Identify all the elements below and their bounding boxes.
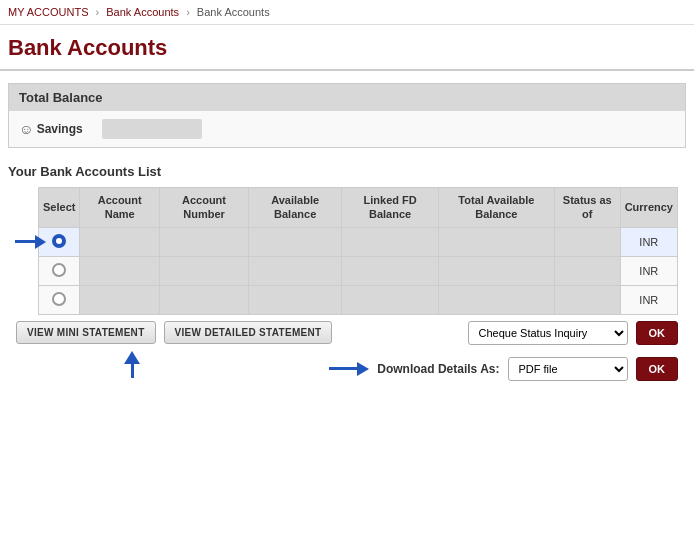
currency-cell-1: INR [620, 227, 677, 256]
account-number-cell-3 [160, 285, 249, 314]
currency-cell-2: INR [620, 256, 677, 285]
up-arrow-shaft [131, 364, 134, 378]
account-number-cell-2 [160, 256, 249, 285]
breadcrumb-bank-accounts-1[interactable]: Bank Accounts [106, 6, 179, 18]
breadcrumb: MY ACCOUNTS › Bank Accounts › Bank Accou… [0, 0, 694, 25]
linked-fd-cell-3 [342, 285, 439, 314]
ok-button-2[interactable]: OK [636, 357, 679, 381]
accounts-list-title: Your Bank Accounts List [8, 164, 686, 179]
available-balance-cell-3 [248, 285, 341, 314]
up-arrow-area: Download Details As: PDF file Excel file… [16, 351, 678, 381]
col-available-balance: Available Balance [248, 188, 341, 228]
select-cell-1[interactable] [39, 227, 80, 256]
total-available-cell-1 [438, 227, 554, 256]
account-name-cell-2 [80, 256, 160, 285]
view-mini-statement-button[interactable]: VIEW MINI STATEMENT [16, 321, 156, 344]
table-header-row: Select Account Name Account Number Avail… [39, 188, 678, 228]
linked-fd-cell-1 [342, 227, 439, 256]
table-row: INR [39, 227, 678, 256]
account-name-cell-1 [80, 227, 160, 256]
breadcrumb-current: Bank Accounts [197, 6, 270, 18]
col-linked-fd: Linked FD Balance [342, 188, 439, 228]
balance-row-savings: ☺ Savings [9, 111, 685, 147]
available-balance-cell-2 [248, 256, 341, 285]
account-name-cell-3 [80, 285, 160, 314]
col-currency: Currency [620, 188, 677, 228]
col-status-as-of: Status as of [554, 188, 620, 228]
up-arrow-head [124, 351, 140, 364]
download-dropdown[interactable]: PDF file Excel file CSV file [508, 357, 628, 381]
col-select: Select [39, 188, 80, 228]
download-arrow [329, 362, 369, 376]
total-available-cell-3 [438, 285, 554, 314]
view-detailed-statement-button[interactable]: VIEW DETAILED STATEMENT [164, 321, 333, 344]
inquiry-dropdown[interactable]: Cheque Status Inquiry Account Statement … [468, 321, 628, 345]
total-available-cell-2 [438, 256, 554, 285]
download-label: Download Details As: [377, 362, 499, 376]
download-arrow-head [357, 362, 369, 376]
total-balance-section: Total Balance ☺ Savings [8, 83, 686, 148]
radio-row-2[interactable] [52, 263, 66, 277]
radio-row-1[interactable] [52, 234, 66, 248]
table-row: INR [39, 256, 678, 285]
accounts-table: Select Account Name Account Number Avail… [38, 187, 678, 315]
status-cell-3 [554, 285, 620, 314]
currency-cell-3: INR [620, 285, 677, 314]
table-row: INR [39, 285, 678, 314]
accounts-outer: Select Account Name Account Number Avail… [38, 187, 678, 315]
breadcrumb-sep-2: › [186, 6, 193, 18]
radio-row-3[interactable] [52, 292, 66, 306]
select-cell-3[interactable] [39, 285, 80, 314]
up-arrow-indicator [124, 351, 140, 378]
person-icon: ☺ [19, 121, 33, 137]
col-total-available: Total Available Balance [438, 188, 554, 228]
balance-header: Total Balance [9, 84, 685, 111]
ok-button-1[interactable]: OK [636, 321, 679, 345]
page-title: Bank Accounts [0, 25, 694, 71]
accounts-section: Your Bank Accounts List Select Account N… [8, 164, 686, 381]
select-cell-2[interactable] [39, 256, 80, 285]
savings-label: Savings [37, 122, 92, 136]
col-account-name: Account Name [80, 188, 160, 228]
available-balance-cell-1 [248, 227, 341, 256]
savings-balance-value [102, 119, 202, 139]
account-number-cell-1 [160, 227, 249, 256]
linked-fd-cell-2 [342, 256, 439, 285]
buttons-row-1: VIEW MINI STATEMENT VIEW DETAILED STATEM… [16, 321, 678, 345]
col-account-number: Account Number [160, 188, 249, 228]
download-arrow-line [329, 367, 357, 370]
download-area: Download Details As: PDF file Excel file… [140, 351, 678, 381]
breadcrumb-my-accounts[interactable]: MY ACCOUNTS [8, 6, 88, 18]
status-cell-1 [554, 227, 620, 256]
status-cell-2 [554, 256, 620, 285]
breadcrumb-sep-1: › [96, 6, 103, 18]
